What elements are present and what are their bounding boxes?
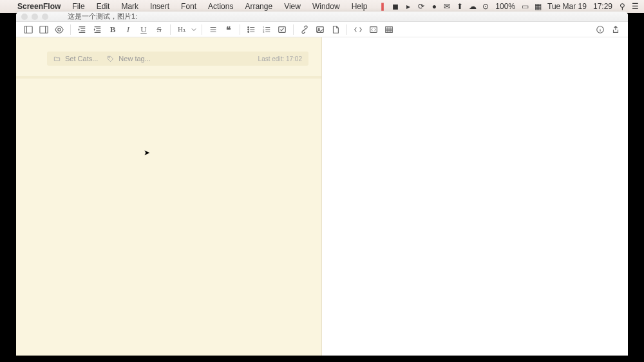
toggle-sidebar-left-icon[interactable] (21, 23, 35, 36)
toolbar-separator (293, 24, 294, 35)
menu-font[interactable]: Font (175, 2, 202, 11)
notification-icon[interactable]: ● (429, 1, 439, 12)
svg-rect-2 (40, 26, 48, 33)
input-source-icon[interactable]: ▦ (533, 1, 543, 12)
svg-rect-32 (386, 26, 393, 32)
maximize-button[interactable] (42, 14, 48, 20)
document-tab-title[interactable]: 这是一个测试，图片1: (68, 12, 137, 21)
tag-icon[interactable] (107, 55, 115, 62)
menubar-status-area: ∥ ◼ ▸ ⟳ ● ✉ ⬆ ☁ ⊙ 100% ▭ ▦ Tue Mar 19 17… (377, 1, 640, 12)
new-tag-button[interactable]: New tag... (118, 55, 151, 62)
set-categories-button[interactable]: Set Cats... (65, 55, 98, 62)
blockquote-button[interactable]: ❝ (222, 23, 236, 36)
attachment-icon[interactable] (328, 23, 343, 36)
editor-toolbar: B I U S H₁ ❝ 123 (16, 22, 628, 37)
outdent-icon[interactable] (75, 23, 89, 36)
unordered-list-icon[interactable] (244, 23, 258, 36)
markdown-editor-pane[interactable]: Set Cats... New tag... Last edit: 17:02 … (16, 37, 322, 356)
svg-point-40 (109, 57, 109, 57)
cloud-icon[interactable]: ☁ (468, 1, 478, 12)
menu-insert[interactable]: Insert (144, 2, 175, 11)
table-icon[interactable] (382, 23, 396, 36)
image-icon[interactable] (313, 23, 327, 36)
app-name[interactable]: ScreenFlow (12, 2, 66, 11)
mouse-cursor-icon: ➤ (144, 148, 150, 157)
svg-point-18 (248, 31, 249, 32)
underline-button[interactable]: U (137, 23, 151, 36)
italic-button[interactable]: I (121, 23, 135, 36)
svg-point-30 (318, 28, 319, 30)
editor-cursor-line[interactable] (16, 76, 321, 79)
wifi-icon[interactable]: ⊙ (480, 1, 491, 12)
menu-mark[interactable]: Mark (115, 2, 144, 11)
document-meta-bar: Set Cats... New tag... Last edit: 17:02 (47, 52, 308, 66)
bold-button[interactable]: B (106, 23, 120, 36)
paragraph-icon[interactable] (206, 23, 220, 36)
svg-point-4 (58, 28, 61, 30)
menu-help[interactable]: Help (346, 2, 374, 11)
macos-menubar: ScreenFlow File Edit Mark Insert Font Ac… (0, 0, 644, 13)
spotlight-icon[interactable]: ⚲ (617, 1, 627, 12)
link-icon[interactable] (298, 23, 312, 36)
strikethrough-button[interactable]: S (152, 23, 166, 36)
svg-point-16 (248, 26, 249, 28)
battery-icon[interactable]: ▭ (520, 1, 530, 12)
code-block-icon[interactable] (366, 23, 381, 36)
editor-content: Set Cats... New tag... Last edit: 17:02 … (16, 37, 628, 356)
toolbar-separator (170, 24, 171, 35)
toolbar-separator (346, 24, 347, 35)
sync-icon[interactable]: ⟳ (416, 1, 426, 12)
menubar-time: 17:29 (591, 2, 614, 11)
menubar-date: Tue Mar 19 (545, 2, 589, 11)
app-icon[interactable]: ⬆ (455, 1, 465, 12)
ordered-list-icon[interactable]: 123 (260, 23, 274, 36)
record-icon[interactable]: ▸ (403, 1, 413, 12)
info-icon[interactable] (593, 23, 607, 36)
share-icon[interactable] (609, 23, 623, 36)
toolbar-separator (70, 24, 71, 35)
chat-icon[interactable]: ✉ (442, 1, 452, 12)
close-button[interactable] (21, 14, 28, 20)
minimize-button[interactable] (32, 14, 38, 20)
indent-icon[interactable] (90, 23, 104, 36)
menu-window[interactable]: Window (307, 2, 346, 11)
last-edit-time: Last edit: 17:02 (258, 55, 302, 62)
menu-view[interactable]: View (278, 2, 307, 11)
menu-arrange[interactable]: Arrange (239, 2, 278, 11)
svg-point-17 (248, 29, 249, 30)
menu-file[interactable]: File (66, 2, 90, 11)
code-icon[interactable] (351, 23, 365, 36)
folder-icon[interactable] (53, 55, 61, 62)
window-titlebar: 这是一个测试，图片1: (16, 12, 628, 22)
record-pause-icon[interactable]: ∥ (377, 1, 388, 12)
battery-percent: 100% (493, 2, 517, 11)
toggle-sidebar-right-icon[interactable] (37, 23, 51, 36)
heading-dropdown-icon[interactable] (190, 23, 198, 36)
heading-button[interactable]: H₁ (175, 23, 189, 36)
control-center-icon[interactable]: ☰ (630, 1, 640, 12)
editor-window: 这是一个测试，图片1: B I U S H₁ ❝ (16, 12, 628, 356)
svg-rect-0 (24, 26, 32, 33)
preview-icon[interactable] (52, 23, 66, 36)
menu-actions[interactable]: Actions (202, 2, 239, 11)
svg-text:3: 3 (263, 30, 265, 33)
menu-edit[interactable]: Edit (91, 2, 116, 11)
preview-pane (322, 37, 628, 356)
toolbar-separator (240, 24, 240, 35)
checklist-icon[interactable] (275, 23, 289, 36)
stop-icon[interactable]: ◼ (390, 1, 401, 12)
toolbar-separator (202, 24, 202, 35)
